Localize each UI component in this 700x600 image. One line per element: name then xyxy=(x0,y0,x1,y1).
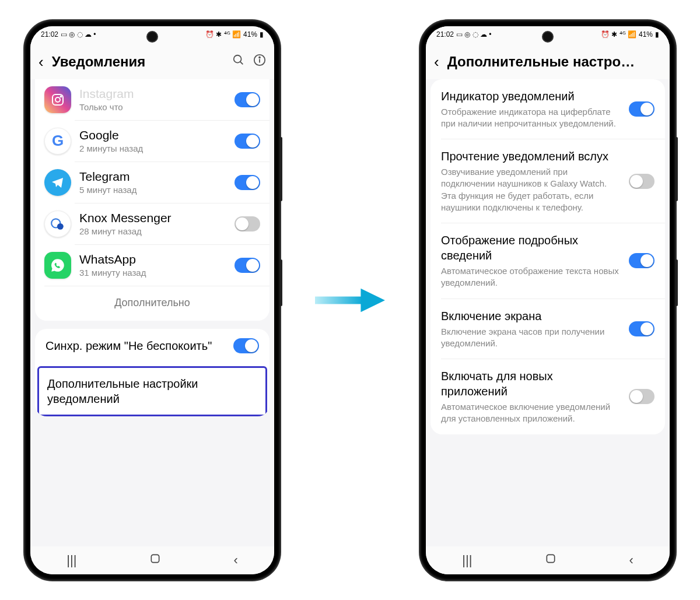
app-name: Instagram xyxy=(79,87,226,101)
page-title: Дополнительные настро… xyxy=(447,54,662,70)
header: ‹ Дополнительные настро… xyxy=(426,43,670,79)
setting-screen-on[interactable]: Включение экрана Включение экрана часов … xyxy=(430,299,665,359)
app-name: Telegram xyxy=(79,170,226,184)
svg-point-9 xyxy=(57,223,64,229)
status-time: 21:02 xyxy=(436,30,454,38)
status-battery: 41% xyxy=(243,30,257,38)
app-row-whatsapp[interactable]: WhatsApp 31 минуту назад xyxy=(35,245,270,286)
instagram-icon xyxy=(44,86,71,113)
telegram-icon xyxy=(44,169,71,196)
toggle-google[interactable] xyxy=(235,134,260,149)
app-sub: 5 минут назад xyxy=(79,185,226,195)
screen-right: 21:02 ▭ ◎ ◌ ☁ • ⏰ ✱ ⁴ᴳ 📶 41% ▮ ‹ Дополни… xyxy=(426,26,670,574)
toggle-indicator[interactable] xyxy=(629,101,654,117)
status-icons-right: ⏰ ✱ ⁴ᴳ 📶 xyxy=(205,30,241,38)
status-icons-left: ▭ ◎ ◌ ☁ • xyxy=(456,30,492,38)
svg-point-6 xyxy=(55,97,60,102)
svg-point-7 xyxy=(61,96,62,97)
setting-title: Включать для новых приложений xyxy=(441,369,621,399)
status-icons-right: ⏰ ✱ ⁴ᴳ 📶 xyxy=(601,30,636,38)
status-time: 21:02 xyxy=(41,30,58,38)
battery-icon: ▮ xyxy=(260,30,264,38)
nav-home-icon[interactable] xyxy=(149,553,161,568)
advanced-settings-row[interactable]: Дополнительные настройки уведомлений xyxy=(39,368,265,415)
app-row-instagram[interactable]: Instagram Только что xyxy=(35,79,270,120)
setting-sub: Отображение индикатора на циферблате при… xyxy=(441,106,621,130)
toggle-read-aloud[interactable] xyxy=(629,174,654,189)
arrow-icon xyxy=(315,286,385,315)
setting-title: Прочтение уведомлений вслух xyxy=(441,149,621,164)
highlight-advanced: Дополнительные настройки уведомлений xyxy=(37,366,267,416)
app-name: Knox Messenger xyxy=(79,211,226,225)
knox-icon xyxy=(44,210,71,237)
nav-back-icon[interactable]: ‹ xyxy=(629,553,633,568)
power-button xyxy=(676,259,678,306)
nav-bar: ||| ‹ xyxy=(426,546,670,574)
nav-recents-icon[interactable]: ||| xyxy=(462,553,472,568)
nav-home-icon[interactable] xyxy=(545,553,556,568)
app-sub: Только что xyxy=(79,102,226,112)
nav-back-icon[interactable]: ‹ xyxy=(233,553,237,568)
back-icon[interactable]: ‹ xyxy=(38,53,44,71)
app-sub: 31 минуту назад xyxy=(79,268,226,278)
phone-right: 21:02 ▭ ◎ ◌ ☁ • ⏰ ✱ ⁴ᴳ 📶 41% ▮ ‹ Дополни… xyxy=(420,20,676,580)
nav-recents-icon[interactable]: ||| xyxy=(66,553,76,568)
toggle-new-apps[interactable] xyxy=(629,389,654,404)
sync-dnd-title: Синхр. режим "Не беспокоить" xyxy=(46,338,225,353)
setting-details[interactable]: Отображение подробных сведений Автоматич… xyxy=(430,223,665,299)
setting-title: Включение экрана xyxy=(441,308,621,324)
svg-rect-10 xyxy=(151,555,159,562)
info-icon[interactable] xyxy=(253,54,266,70)
screen-left: 21:02 ▭ ◎ ◌ ☁ • ⏰ ✱ ⁴ᴳ 📶 41% ▮ ‹ Уведомл… xyxy=(30,26,274,574)
setting-sub: Включение экрана часов при получении уве… xyxy=(441,326,621,350)
app-row-telegram[interactable]: Telegram 5 минут назад xyxy=(35,162,270,203)
app-sub: 28 минут назад xyxy=(79,226,226,236)
setting-title: Отображение подробных сведений xyxy=(441,233,621,263)
setting-sub: Автоматическое включение уведомлений для… xyxy=(441,401,621,425)
app-row-knox[interactable]: Knox Messenger 28 минут назад xyxy=(35,203,270,244)
setting-read-aloud[interactable]: Прочтение уведомлений вслух Озвучивание … xyxy=(430,139,665,223)
toggle-details[interactable] xyxy=(629,253,654,268)
arrow-between xyxy=(315,286,385,315)
setting-sub: Озвучивание уведомлений при подключении … xyxy=(441,166,621,213)
search-icon[interactable] xyxy=(232,54,245,70)
volume-button xyxy=(280,137,282,201)
battery-icon: ▮ xyxy=(655,30,659,38)
settings-card: Синхр. режим "Не беспокоить" Дополнитель… xyxy=(35,329,270,416)
page-title: Уведомления xyxy=(52,54,224,70)
header: ‹ Уведомления xyxy=(30,43,274,79)
status-icons-left: ▭ ◎ ◌ ☁ • xyxy=(61,30,96,38)
content-right: Индикатор уведомлений Отображение индика… xyxy=(426,79,670,546)
sync-dnd-row[interactable]: Синхр. режим "Не беспокоить" xyxy=(35,329,270,363)
setting-indicator[interactable]: Индикатор уведомлений Отображение индика… xyxy=(430,79,665,139)
apps-card: Instagram Только что G Google 2 минуты н… xyxy=(35,79,270,321)
phone-left: 21:02 ▭ ◎ ◌ ☁ • ⏰ ✱ ⁴ᴳ 📶 41% ▮ ‹ Уведомл… xyxy=(24,20,280,580)
svg-marker-12 xyxy=(360,288,385,312)
app-name: Google xyxy=(79,128,226,142)
status-battery: 41% xyxy=(639,30,653,38)
toggle-sync-dnd[interactable] xyxy=(233,338,259,353)
status-bar: 21:02 ▭ ◎ ◌ ☁ • ⏰ ✱ ⁴ᴳ 📶 41% ▮ xyxy=(30,26,274,43)
app-name: WhatsApp xyxy=(79,252,226,266)
power-button xyxy=(280,259,282,306)
content-left: Instagram Только что G Google 2 минуты н… xyxy=(30,79,274,546)
toggle-knox[interactable] xyxy=(235,216,260,231)
app-row-google[interactable]: G Google 2 минуты назад xyxy=(35,121,270,162)
toggle-whatsapp[interactable] xyxy=(235,258,260,273)
more-link[interactable]: Дополнительно xyxy=(35,286,270,321)
back-icon[interactable]: ‹ xyxy=(434,53,439,71)
google-icon: G xyxy=(44,128,71,155)
svg-line-1 xyxy=(240,62,243,65)
svg-rect-13 xyxy=(547,555,554,562)
setting-sub: Автоматическое отображение текста новых … xyxy=(441,265,621,289)
toggle-instagram[interactable] xyxy=(235,92,260,107)
setting-new-apps[interactable]: Включать для новых приложений Автоматиче… xyxy=(430,359,665,434)
advanced-card: Индикатор уведомлений Отображение индика… xyxy=(430,79,665,434)
toggle-screen-on[interactable] xyxy=(629,321,654,336)
status-bar: 21:02 ▭ ◎ ◌ ☁ • ⏰ ✱ ⁴ᴳ 📶 41% ▮ xyxy=(426,26,670,43)
whatsapp-icon xyxy=(44,252,71,279)
nav-bar: ||| ‹ xyxy=(30,546,274,574)
svg-point-0 xyxy=(234,55,242,63)
svg-rect-11 xyxy=(315,296,363,304)
toggle-telegram[interactable] xyxy=(235,175,260,190)
